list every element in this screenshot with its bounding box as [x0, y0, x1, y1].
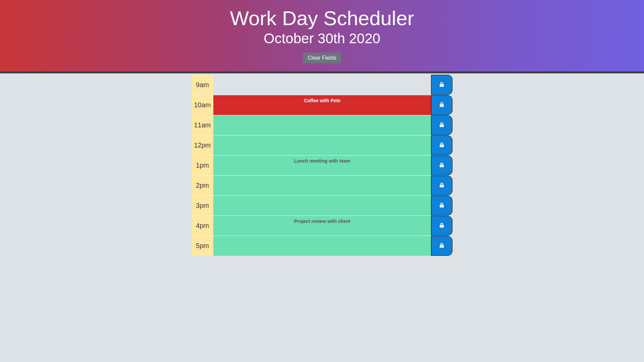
hour-label: 4pm [192, 216, 213, 236]
lock-icon [439, 82, 444, 88]
time-row: 10am [192, 95, 452, 115]
app-header: Work Day Scheduler October 30th 2020 Cle… [0, 0, 644, 73]
hour-label: 3pm [192, 196, 213, 216]
time-row: 2pm [192, 175, 452, 195]
lock-icon [439, 203, 444, 208]
hour-label: 2pm [192, 176, 213, 195]
event-input[interactable] [213, 75, 431, 95]
time-row: 9am [192, 75, 452, 95]
save-button[interactable] [431, 156, 452, 175]
event-input[interactable] [213, 156, 431, 175]
clear-fields-button[interactable]: Clear Fields [303, 53, 341, 63]
hour-label: 12pm [192, 135, 213, 155]
lock-icon [439, 122, 444, 128]
hour-label: 1pm [192, 156, 213, 175]
save-button[interactable] [431, 176, 452, 195]
event-input[interactable] [213, 236, 431, 256]
lock-icon [439, 102, 444, 108]
save-button[interactable] [431, 216, 452, 236]
save-button[interactable] [431, 196, 452, 216]
event-input[interactable] [213, 176, 431, 195]
page-title: Work Day Scheduler [0, 7, 644, 30]
hour-label: 9am [192, 75, 213, 95]
event-input[interactable] [213, 95, 431, 115]
save-button[interactable] [431, 236, 452, 256]
lock-icon [439, 183, 444, 188]
event-input[interactable] [213, 135, 431, 155]
time-row: 1pm [192, 155, 452, 175]
save-button[interactable] [431, 95, 452, 115]
hour-label: 5pm [192, 236, 213, 256]
time-row: 4pm [192, 216, 452, 236]
time-row: 5pm [192, 236, 452, 256]
lock-icon [439, 142, 444, 148]
hour-label: 11am [192, 115, 213, 135]
schedule-container: 9am10am11am12pm1pm2pm3pm4pm5pm [192, 75, 452, 256]
save-button[interactable] [431, 75, 452, 95]
save-button[interactable] [431, 115, 452, 135]
lock-icon [439, 223, 444, 229]
time-row: 11am [192, 115, 452, 135]
time-row: 3pm [192, 195, 452, 216]
event-input[interactable] [213, 216, 431, 236]
hour-label: 10am [192, 95, 213, 115]
lock-icon [439, 243, 444, 249]
current-date: October 30th 2020 [0, 31, 644, 47]
lock-icon [439, 163, 444, 168]
event-input[interactable] [213, 196, 431, 216]
event-input[interactable] [213, 115, 431, 135]
time-row: 12pm [192, 135, 452, 155]
save-button[interactable] [431, 135, 452, 155]
